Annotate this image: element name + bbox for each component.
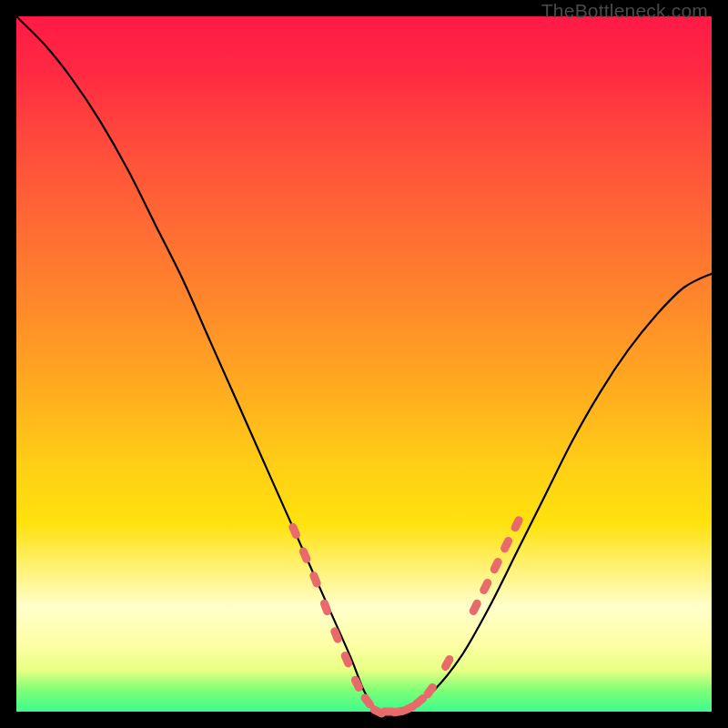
curve-marker <box>510 515 524 533</box>
curve-marker <box>489 557 503 575</box>
curve-marker <box>500 536 514 554</box>
curve-marker <box>479 577 493 595</box>
bottleneck-curve <box>16 16 712 713</box>
curve-marker <box>308 571 322 589</box>
marker-group <box>288 515 524 719</box>
watermark-text: TheBottleneck.com <box>541 0 708 22</box>
curve-marker <box>298 546 311 564</box>
chart-frame: TheBottleneck.com <box>0 0 728 728</box>
bottleneck-curve-svg <box>16 16 712 712</box>
curve-group <box>16 16 712 719</box>
curve-marker <box>288 521 301 540</box>
curve-marker <box>468 598 482 616</box>
curve-marker <box>349 674 364 693</box>
